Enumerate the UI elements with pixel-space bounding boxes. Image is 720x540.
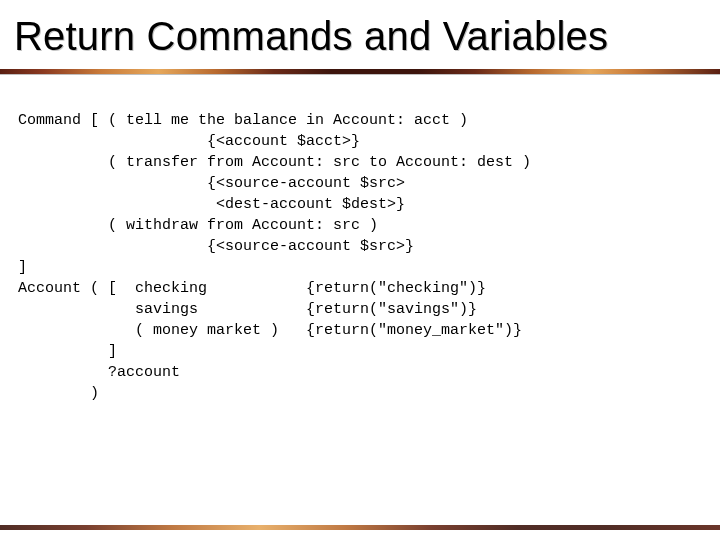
slide-title: Return Commands and Variables <box>0 0 720 63</box>
slide-body: Command [ ( tell me the balance in Accou… <box>0 74 720 404</box>
slide: Return Commands and Variables Command [ … <box>0 0 720 540</box>
footer-divider <box>0 525 720 530</box>
code-block: Command [ ( tell me the balance in Accou… <box>18 110 704 404</box>
